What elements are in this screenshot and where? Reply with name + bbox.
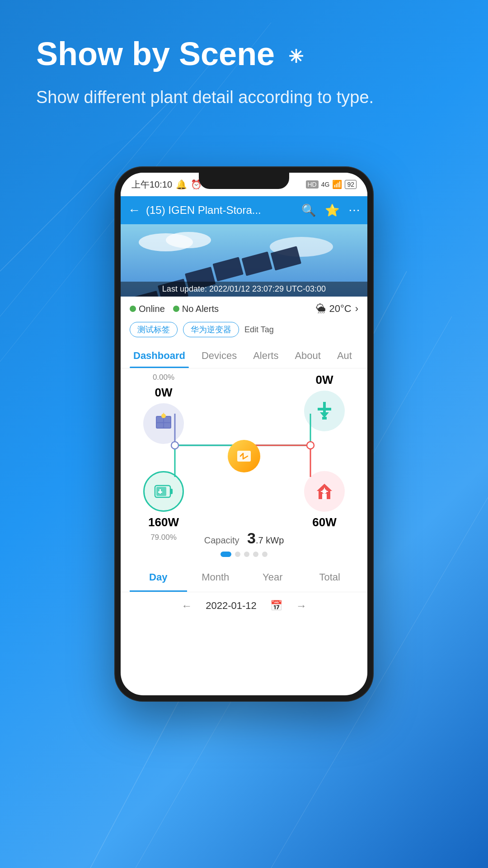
online-status: Online	[130, 304, 165, 314]
status-right: HD 4G 📶 92	[306, 179, 357, 189]
battery-percent: 79.00%	[150, 533, 177, 542]
tab-devices[interactable]: Devices	[193, 344, 245, 368]
home-node: 60W	[304, 471, 345, 542]
tab-about-label: About	[295, 350, 321, 361]
phone-notch	[199, 173, 289, 189]
tab-year[interactable]: Year	[244, 564, 301, 592]
grid-value: 0W	[316, 373, 333, 387]
page-subtitle: Show different plant detail according to…	[36, 85, 452, 109]
energy-flow-diagram: 0.00% 0W	[121, 368, 367, 522]
tab-alerts[interactable]: Alerts	[245, 344, 286, 368]
notification-icon: 🔔	[176, 179, 187, 190]
solar-value: 0W	[155, 386, 173, 400]
tab-year-label: Year	[263, 571, 282, 583]
more-icon[interactable]: ⋯	[348, 203, 360, 217]
navigation-bar: ← (15) IGEN Plant-Stora... 🔍 ⭐ ⋯	[121, 196, 367, 224]
alerts-dot	[173, 306, 179, 312]
tags-row: 测试标签 华为逆变器 Edit Tag	[121, 318, 367, 344]
tag-huawei[interactable]: 华为逆变器	[183, 322, 239, 337]
battery-value: 160W	[148, 515, 179, 529]
svg-point-43	[322, 489, 327, 494]
status-left: 上午10:10 🔔 ⏰	[131, 179, 202, 191]
title-text: Show by Scene	[36, 36, 275, 72]
svg-rect-40	[158, 491, 162, 493]
tab-alerts-label: Alerts	[253, 350, 278, 361]
weather-info[interactable]: 🌦 20°C ›	[316, 303, 358, 315]
tab-dashboard[interactable]: Dashboard	[125, 344, 193, 368]
header-section: Show by Scene ✳ Show different plant det…	[36, 36, 452, 109]
tab-month[interactable]: Month	[187, 564, 244, 592]
tab-total[interactable]: Total	[301, 564, 359, 592]
grid-icon-circle	[304, 391, 345, 431]
tab-day[interactable]: Day	[130, 564, 187, 592]
online-label: Online	[139, 304, 165, 314]
tab-aut[interactable]: Aut	[329, 344, 360, 368]
home-icon-circle	[304, 471, 345, 512]
star-icon[interactable]: ⭐	[325, 203, 339, 217]
update-text: Last update: 2022/01/12 23:07:29 UTC-03:…	[162, 284, 326, 293]
svg-rect-37	[170, 489, 173, 494]
svg-point-8	[166, 232, 211, 248]
svg-rect-31	[322, 417, 327, 420]
tab-dashboard-label: Dashboard	[133, 350, 185, 361]
carousel-dot-5[interactable]	[262, 552, 267, 557]
hero-image: Last update: 2022/01/12 23:07:29 UTC-03:…	[121, 224, 367, 297]
network-icon: 4G	[321, 181, 330, 188]
tab-devices-label: Devices	[202, 350, 237, 361]
prev-date-button[interactable]: ←	[181, 599, 192, 612]
phone-outer-frame: 上午10:10 🔔 ⏰ HD 4G 📶 92 ← (15) IGEN Plant…	[115, 167, 373, 701]
weather-icon: 🌦	[316, 303, 326, 315]
solar-icon-circle	[143, 403, 184, 444]
nav-action-icons: 🔍 ⭐ ⋯	[301, 203, 360, 217]
online-dot	[130, 306, 136, 312]
svg-rect-29	[318, 408, 331, 410]
plant-status-row: Online No Alerts 🌦 20°C ›	[121, 297, 367, 318]
temperature-display: 20°C	[329, 303, 352, 315]
calendar-icon[interactable]: 📅	[270, 600, 282, 612]
tab-total-label: Total	[319, 571, 340, 583]
battery-value: 92	[347, 181, 354, 188]
svg-rect-25	[164, 423, 170, 428]
home-value: 60W	[312, 515, 336, 529]
signal-icon: 📶	[332, 179, 342, 189]
alerts-label: No Alerts	[182, 304, 219, 314]
main-tabs: Dashboard Devices Alerts About Aut	[121, 344, 367, 368]
nav-title: (15) IGEN Plant-Stora...	[146, 204, 296, 217]
tab-aut-label: Aut	[337, 350, 352, 361]
phone-screen: 上午10:10 🔔 ⏰ HD 4G 📶 92 ← (15) IGEN Plant…	[121, 173, 367, 695]
svg-rect-24	[157, 423, 163, 428]
carousel-dot-3[interactable]	[244, 552, 249, 557]
status-indicators: Online No Alerts	[130, 304, 219, 314]
tab-about[interactable]: About	[286, 344, 329, 368]
carousel-dot-1[interactable]	[221, 552, 231, 557]
battery-icon-circle	[143, 471, 184, 512]
phone-mockup: 上午10:10 🔔 ⏰ HD 4G 📶 92 ← (15) IGEN Plant…	[115, 167, 373, 818]
solar-node: 0.00% 0W	[143, 373, 184, 444]
sparkle-icon: ✳	[288, 47, 304, 66]
hd-badge: HD	[306, 180, 319, 189]
grid-node: 0W	[304, 373, 345, 444]
alerts-status: No Alerts	[173, 304, 219, 314]
back-button[interactable]: ←	[128, 203, 141, 217]
carousel-dot-4[interactable]	[253, 552, 258, 557]
edit-tag-button[interactable]: Edit Tag	[244, 325, 274, 335]
solar-percent: 0.00%	[153, 373, 174, 382]
carousel-dots	[128, 552, 360, 557]
next-date-button[interactable]: →	[296, 599, 307, 612]
carousel-dot-2[interactable]	[235, 552, 240, 557]
tab-day-label: Day	[149, 571, 167, 583]
tab-month-label: Month	[202, 571, 229, 583]
time-period-tabs: Day Month Year Total	[121, 564, 367, 592]
inverter-icon	[228, 440, 260, 472]
current-date: 2022-01-12	[206, 600, 257, 612]
top-energy-nodes: 0.00% 0W	[121, 368, 367, 444]
date-navigation: ← 2022-01-12 📅 →	[121, 592, 367, 619]
battery-node: 160W 79.00%	[143, 471, 184, 542]
tag-ceshi[interactable]: 测试标签	[130, 322, 178, 337]
time-display: 上午10:10	[131, 179, 172, 191]
search-icon[interactable]: 🔍	[301, 203, 316, 217]
update-timestamp: Last update: 2022/01/12 23:07:29 UTC-03:…	[121, 282, 367, 297]
bottom-energy-nodes: 160W 79.00%	[121, 471, 367, 542]
chevron-right-icon: ›	[355, 303, 358, 315]
svg-rect-32	[237, 451, 251, 462]
